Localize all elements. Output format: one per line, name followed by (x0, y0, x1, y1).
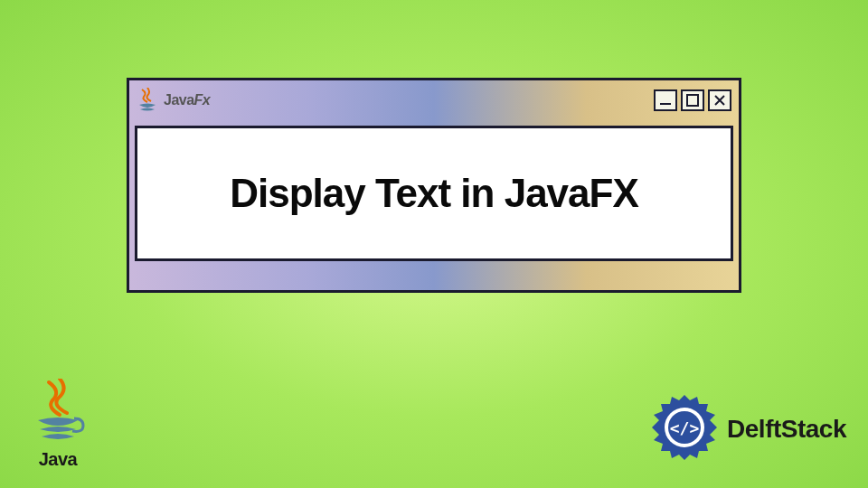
display-text: Display Text in JavaFX (230, 171, 638, 216)
svg-text:</>: </> (670, 418, 700, 437)
java-cup-icon (31, 379, 85, 447)
content-area: Display Text in JavaFX (135, 126, 733, 261)
java-cup-icon (137, 88, 158, 113)
app-title-java: Java (164, 92, 194, 108)
titlebar-title: JavaFx (137, 88, 210, 113)
java-logo: Java (31, 379, 85, 470)
java-logo-text: Java (39, 449, 78, 470)
delftstack-gear-icon: </> (649, 392, 720, 466)
svg-rect-1 (687, 95, 698, 106)
javafx-window: JavaFx Display Text in JavaFX (127, 78, 741, 293)
bottom-strip (129, 267, 739, 290)
svg-rect-0 (660, 103, 671, 105)
maximize-button[interactable] (681, 89, 704, 111)
titlebar: JavaFx (129, 80, 739, 120)
app-title-fx: Fx (194, 92, 211, 108)
delftstack-logo-text: DelftStack (727, 415, 846, 444)
minimize-button[interactable] (654, 89, 677, 111)
close-button[interactable] (708, 89, 731, 111)
content-border: Display Text in JavaFX (129, 120, 739, 267)
app-title-label: JavaFx (164, 92, 210, 108)
delftstack-logo: </> DelftStack (649, 392, 846, 466)
window-controls (654, 89, 731, 111)
